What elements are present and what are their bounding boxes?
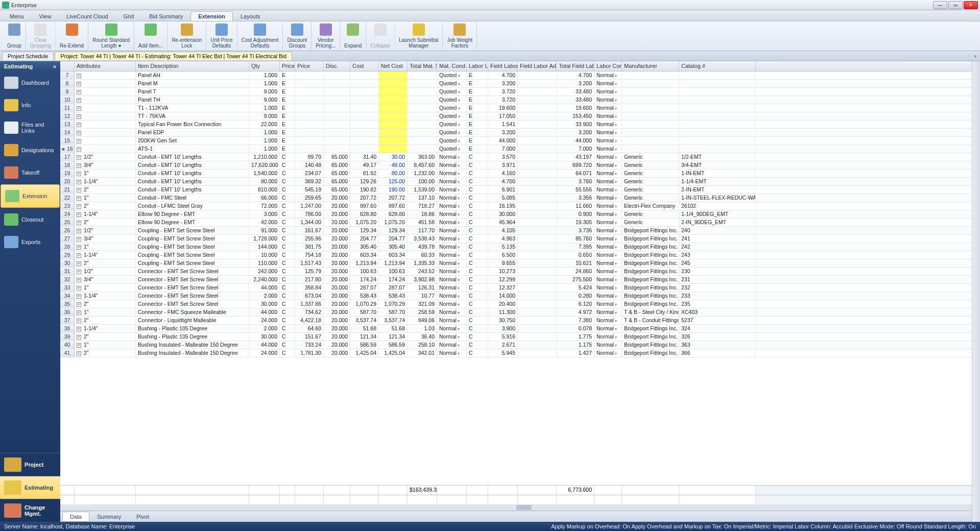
table-row[interactable]: 29+ 1-1/4"Coupling - EMT Set Screw Steel… bbox=[60, 251, 972, 259]
cell-mc[interactable]: Normal bbox=[437, 333, 467, 341]
expand-icon[interactable]: + bbox=[77, 221, 81, 225]
menu-tab-view[interactable]: View bbox=[32, 11, 59, 21]
expand-icon[interactable]: + bbox=[77, 302, 81, 307]
column-header[interactable]: Labor U bbox=[467, 61, 488, 71]
ribbon-job-weight[interactable]: Job Weight Factors bbox=[443, 22, 477, 50]
cell-mc[interactable]: Normal bbox=[437, 210, 467, 218]
sidebar-header[interactable]: Estimating « bbox=[0, 61, 60, 71]
cell-lc[interactable]: Normal bbox=[594, 284, 622, 292]
cell-lc[interactable]: Normal bbox=[594, 317, 622, 324]
minimize-button[interactable]: — bbox=[933, 1, 947, 9]
column-header[interactable]: Qty bbox=[249, 61, 280, 71]
ribbon-launch-submittal[interactable]: Launch Submittal Manager bbox=[395, 22, 443, 50]
table-row[interactable]: 18+ 3/4"Conduit - EMT 10' Lengths17,620.… bbox=[60, 161, 972, 170]
cell-mc[interactable]: Quoted bbox=[437, 112, 467, 120]
expand-icon[interactable]: + bbox=[77, 261, 81, 266]
expand-icon[interactable]: + bbox=[77, 82, 81, 86]
cell-lc[interactable]: Normal bbox=[594, 227, 622, 234]
table-row[interactable]: 10+ Panel TH9.000EQuotedE3.72033.480Norm… bbox=[60, 96, 972, 104]
cell-lc[interactable]: Normal bbox=[594, 300, 622, 308]
expand-icon[interactable]: + bbox=[77, 286, 81, 291]
cell-mc[interactable]: Quoted bbox=[437, 80, 467, 87]
table-row[interactable]: 20+ 1-1/4"Conduit - EMT 10' Lengths80.00… bbox=[60, 178, 972, 186]
expand-icon[interactable]: + bbox=[77, 106, 81, 111]
expand-icon[interactable]: + bbox=[77, 90, 81, 94]
maximize-button[interactable]: ▭ bbox=[948, 1, 963, 9]
cell-lc[interactable]: Normal bbox=[594, 243, 622, 251]
expand-icon[interactable]: + bbox=[77, 294, 81, 299]
bottom-tab-pivot[interactable]: Pivot bbox=[129, 512, 156, 522]
cell-lc[interactable]: Normal bbox=[594, 145, 622, 153]
close-button[interactable]: ✕ bbox=[964, 1, 978, 9]
cell-mc[interactable]: Normal bbox=[437, 349, 467, 357]
cell-mc[interactable]: Normal bbox=[437, 317, 467, 324]
sidebar-item-dashboard[interactable]: Dashboard bbox=[0, 71, 60, 94]
cell-lc[interactable]: Normal bbox=[594, 292, 622, 300]
cell-mc[interactable]: Normal bbox=[437, 259, 467, 267]
table-row[interactable]: 40+ 1"Bushing Insulated - Malleable 150 … bbox=[60, 341, 972, 349]
table-row[interactable]: 38+ 1-1/4"Bushing - Plastic 105 Degree2.… bbox=[60, 325, 972, 333]
cell-lc[interactable]: Normal bbox=[594, 276, 622, 283]
expand-icon[interactable]: + bbox=[77, 74, 81, 78]
cell-lc[interactable]: Normal bbox=[594, 333, 622, 341]
table-row[interactable]: 8+ Panel M1.000EQuotedE3.2003.200Normal bbox=[60, 80, 972, 88]
ribbon-unit-price[interactable]: Unit Price Defaults bbox=[206, 22, 237, 50]
sidebar-section-change-mgmt-[interactable]: Change Mgmt. bbox=[0, 499, 60, 522]
cell-mc[interactable]: Normal bbox=[437, 170, 467, 177]
cell-mc[interactable]: Quoted bbox=[437, 129, 467, 136]
table-row[interactable]: 14+ Panel EDP1.000EQuotedE3.2003.200Norm… bbox=[60, 129, 972, 137]
vertical-scrollbar[interactable] bbox=[972, 61, 980, 522]
expand-icon[interactable]: + bbox=[77, 98, 81, 103]
cell-lc[interactable]: Normal bbox=[594, 210, 622, 218]
table-row[interactable]: 13+ Typical Fan Power Box Connection22.0… bbox=[60, 120, 972, 129]
expand-icon[interactable]: + bbox=[77, 351, 81, 356]
cell-mc[interactable]: Normal bbox=[437, 202, 467, 210]
expand-icon[interactable]: + bbox=[77, 278, 81, 282]
ribbon-re-extension[interactable]: Re-extension Lock bbox=[168, 22, 206, 50]
bottom-tab-summary[interactable]: Summary bbox=[89, 512, 129, 522]
cell-mc[interactable]: Quoted bbox=[437, 96, 467, 104]
expand-icon[interactable]: + bbox=[77, 172, 81, 176]
table-row[interactable]: 23+ 2"Conduit - LFMC Steel Gray72.000C1,… bbox=[60, 202, 972, 210]
cell-mc[interactable]: Normal bbox=[437, 308, 467, 316]
cell-lc[interactable]: Normal bbox=[594, 96, 622, 104]
expand-icon[interactable]: + bbox=[77, 270, 81, 274]
ribbon-vendor[interactable]: Vendor Pricing... bbox=[312, 22, 340, 50]
column-header[interactable] bbox=[60, 61, 75, 71]
column-header[interactable]: Item Description bbox=[136, 61, 249, 71]
table-row[interactable]: 11+ T1 - 112KVA1.000EQuotedE19.60019.600… bbox=[60, 104, 972, 112]
column-header[interactable]: Catalog # bbox=[679, 61, 756, 71]
cell-mc[interactable]: Normal bbox=[437, 219, 467, 226]
menu-tab-menu[interactable]: Menu bbox=[2, 11, 32, 21]
expand-icon[interactable]: + bbox=[77, 327, 81, 331]
table-row[interactable]: 22+ 1"Conduit - FMC Steel66.000C259.6520… bbox=[60, 194, 972, 202]
cell-mc[interactable]: Normal bbox=[437, 268, 467, 275]
table-row[interactable]: 9+ Panel T9.000EQuotedE3.72033.480Normal bbox=[60, 88, 972, 96]
expand-icon[interactable]: + bbox=[77, 188, 81, 192]
menu-tab-extension[interactable]: Extension bbox=[190, 11, 233, 21]
table-row[interactable]: 26+ 1/2"Coupling - EMT Set Screw Steel91… bbox=[60, 227, 972, 235]
cell-mc[interactable]: Normal bbox=[437, 251, 467, 259]
column-header[interactable]: Total Mat. $ bbox=[408, 61, 437, 71]
cell-lc[interactable]: Normal bbox=[594, 161, 622, 169]
cell-lc[interactable]: Normal bbox=[594, 194, 622, 202]
table-row[interactable]: ▸ 16+ ATS-11.000EQuotedE7.0007.000Normal bbox=[60, 145, 972, 153]
cell-lc[interactable]: Normal bbox=[594, 219, 622, 226]
table-row[interactable]: 17+ 1/2"Conduit - EMT 10' Lengths1,210.0… bbox=[60, 153, 972, 161]
cell-lc[interactable]: Normal bbox=[594, 120, 622, 128]
cell-lc[interactable]: Normal bbox=[594, 153, 622, 161]
cell-mc[interactable]: Normal bbox=[437, 341, 467, 349]
column-header[interactable]: Field Labor Adj % bbox=[518, 61, 557, 71]
cell-mc[interactable]: Quoted bbox=[437, 137, 467, 144]
menu-tab-bid-summary[interactable]: Bid Summary bbox=[141, 11, 190, 21]
sidebar-item-closeout[interactable]: Closeout bbox=[0, 208, 60, 231]
column-header[interactable]: Mat. Cond. bbox=[437, 61, 467, 71]
expand-icon[interactable]: + bbox=[77, 163, 81, 168]
bottom-tab-data[interactable]: Data bbox=[62, 512, 89, 522]
table-row[interactable]: 39+ 2"Bushing - Plastic 105 Degree30.000… bbox=[60, 333, 972, 341]
doc-tab[interactable]: Project: Tower 44 TI | Tower 44 TI - Est… bbox=[55, 52, 292, 60]
table-row[interactable]: 35+ 2"Connector - EMT Set Screw Steel30.… bbox=[60, 300, 972, 308]
table-row[interactable]: 19+ 1"Conduit - EMT 10' Lengths1,540.000… bbox=[60, 170, 972, 178]
ribbon-add-item-[interactable]: Add Item... bbox=[134, 22, 168, 50]
table-row[interactable]: 25+ 2"Elbow 90 Degree - EMT42.000C1,344.… bbox=[60, 219, 972, 227]
